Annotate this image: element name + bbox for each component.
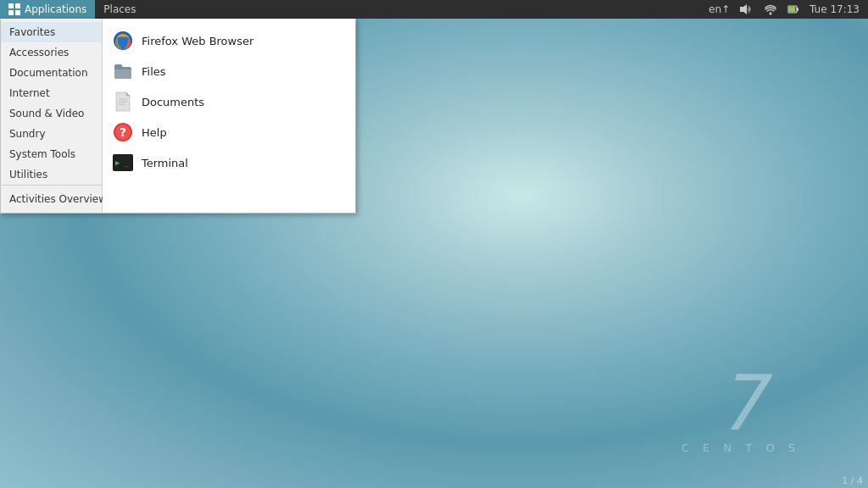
menu-content: Firefox Web Browser Files: [103, 19, 355, 213]
help-icon-container: ?: [113, 122, 133, 142]
documents-icon: [114, 92, 131, 112]
terminal-icon-container: ▶ _: [113, 152, 133, 173]
help-label: Help: [142, 126, 167, 139]
menu-item-terminal[interactable]: ▶ _ Terminal: [103, 147, 355, 178]
menu-item-documents[interactable]: Documents: [103, 86, 355, 117]
svg-rect-2: [8, 10, 14, 15]
volume-icon: [740, 3, 754, 15]
files-label: Files: [142, 65, 166, 78]
keyboard-layout-label: en↑: [709, 3, 730, 15]
panel-left: Applications Places: [0, 0, 144, 19]
terminal-icon: ▶ _: [113, 154, 133, 171]
svg-rect-0: [8, 3, 14, 8]
centos-version-number: 7: [682, 365, 800, 441]
menu-item-files[interactable]: Files: [103, 56, 355, 86]
help-icon: ?: [113, 122, 133, 142]
applications-label: Applications: [25, 3, 86, 15]
places-menu-button[interactable]: Places: [95, 0, 144, 19]
terminal-label: Terminal: [142, 157, 188, 169]
firefox-icon: [113, 30, 133, 51]
sidebar-item-accessories[interactable]: Accessories: [1, 42, 102, 63]
sidebar-item-sundry[interactable]: Sundry: [1, 124, 102, 144]
page-indicator: 1 / 4: [842, 475, 863, 486]
menu-item-firefox[interactable]: Firefox Web Browser: [103, 25, 355, 56]
places-label: Places: [103, 3, 136, 15]
svg-rect-1: [15, 3, 20, 8]
sidebar-item-sound-video[interactable]: Sound & Video: [1, 103, 102, 124]
clock-label: Tue 17:13: [810, 3, 860, 15]
firefox-icon-container: [113, 30, 133, 51]
firefox-label: Firefox Web Browser: [142, 35, 253, 47]
panel-right: en↑ Tue 17:13: [705, 0, 868, 19]
volume-control[interactable]: [737, 0, 757, 19]
sidebar-item-activities[interactable]: Activities Overview: [1, 189, 102, 209]
sidebar-item-documentation[interactable]: Documentation: [1, 63, 102, 83]
svg-text:?: ?: [120, 125, 126, 139]
top-panel: Applications Places en↑: [0, 0, 868, 19]
svg-rect-8: [789, 7, 795, 12]
sidebar-item-favorites[interactable]: Favorites: [1, 22, 102, 42]
menu-sidebar: Favorites Accessories Documentation Inte…: [1, 19, 103, 213]
power-icon: [787, 3, 799, 15]
documents-icon-container: [113, 92, 133, 112]
files-icon: [113, 62, 133, 80]
page-indicator-label: 1 / 4: [842, 475, 863, 486]
menu-sidebar-bottom: Activities Overview: [1, 185, 102, 209]
clock[interactable]: Tue 17:13: [806, 0, 863, 19]
svg-text:▶ _: ▶ _: [115, 158, 130, 167]
svg-rect-7: [797, 8, 798, 11]
svg-rect-3: [15, 10, 20, 15]
documents-label: Documents: [142, 96, 204, 108]
network-icon: [764, 3, 777, 15]
network-indicator[interactable]: [760, 0, 781, 19]
applications-menu: Favorites Accessories Documentation Inte…: [0, 19, 356, 214]
files-icon-container: [113, 61, 133, 81]
applications-menu-button[interactable]: Applications: [0, 0, 95, 19]
keyboard-layout-indicator[interactable]: en↑: [705, 0, 733, 19]
menu-item-help[interactable]: ? Help: [103, 117, 355, 147]
svg-point-5: [770, 13, 772, 15]
applications-icon: [8, 3, 20, 15]
power-indicator[interactable]: [784, 0, 803, 19]
centos-watermark: 7 C E N T O S: [682, 365, 800, 454]
svg-marker-4: [740, 4, 747, 14]
sidebar-item-utilities[interactable]: Utilities: [1, 164, 102, 185]
sidebar-item-internet[interactable]: Internet: [1, 83, 102, 103]
sidebar-item-system-tools[interactable]: System Tools: [1, 144, 102, 164]
centos-name: C E N T O S: [682, 441, 800, 454]
